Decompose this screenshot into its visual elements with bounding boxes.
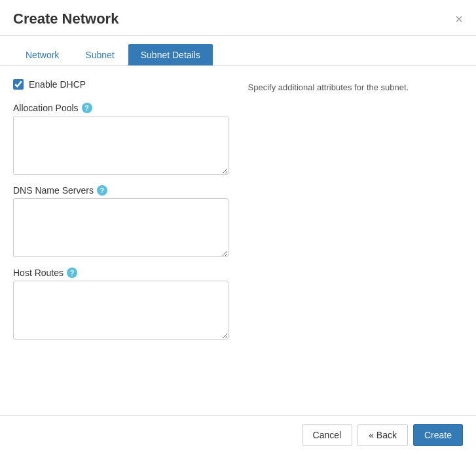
allocation-pools-help-icon[interactable]: ? bbox=[82, 103, 92, 113]
tab-subnet[interactable]: Subnet bbox=[73, 44, 126, 65]
host-routes-help-icon[interactable]: ? bbox=[67, 268, 77, 278]
create-network-modal: Create Network × Network Subnet Subnet D… bbox=[0, 0, 476, 454]
enable-dhcp-row: Enable DHCP bbox=[13, 79, 229, 90]
right-panel: Specify additional attributes for the su… bbox=[248, 79, 464, 402]
left-panel: Enable DHCP Allocation Pools ? DNS Name … bbox=[13, 79, 229, 402]
host-routes-group: Host Routes ? bbox=[13, 268, 229, 340]
tab-network[interactable]: Network bbox=[13, 44, 71, 65]
cancel-button[interactable]: Cancel bbox=[302, 424, 353, 446]
host-routes-input[interactable] bbox=[13, 281, 229, 340]
modal-title: Create Network bbox=[13, 10, 119, 27]
allocation-pools-input[interactable] bbox=[13, 116, 229, 175]
dns-name-servers-input[interactable] bbox=[13, 198, 229, 257]
dns-name-servers-label: DNS Name Servers ? bbox=[13, 185, 229, 196]
create-button[interactable]: Create bbox=[413, 424, 463, 446]
modal-body: Enable DHCP Allocation Pools ? DNS Name … bbox=[0, 66, 476, 415]
enable-dhcp-checkbox[interactable] bbox=[13, 79, 24, 90]
close-button[interactable]: × bbox=[455, 12, 463, 26]
host-routes-label: Host Routes ? bbox=[13, 268, 229, 278]
back-button[interactable]: « Back bbox=[357, 424, 408, 446]
modal-header: Create Network × bbox=[0, 0, 476, 36]
dns-name-servers-help-icon[interactable]: ? bbox=[97, 185, 107, 196]
tab-subnet-details[interactable]: Subnet Details bbox=[128, 44, 213, 65]
allocation-pools-group: Allocation Pools ? bbox=[13, 103, 229, 175]
dns-name-servers-group: DNS Name Servers ? bbox=[13, 185, 229, 257]
allocation-pools-label: Allocation Pools ? bbox=[13, 103, 229, 113]
enable-dhcp-label: Enable DHCP bbox=[29, 79, 86, 90]
modal-footer: Cancel « Back Create bbox=[0, 415, 476, 454]
subnet-description: Specify additional attributes for the su… bbox=[248, 82, 464, 92]
tab-bar: Network Subnet Subnet Details bbox=[0, 36, 476, 66]
